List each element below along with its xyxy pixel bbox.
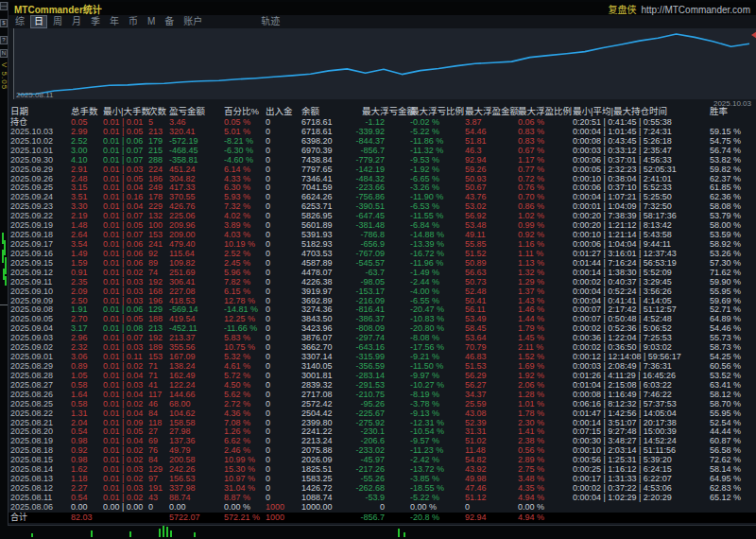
cell-hold-times — [573, 513, 710, 523]
volume-bar — [170, 530, 172, 537]
column-spacer — [385, 343, 410, 353]
cell-deposit: 0 — [266, 287, 301, 297]
candle-bar — [5, 257, 7, 274]
menu-item-8[interactable]: M — [145, 16, 158, 27]
col-header-balance: 余额 — [301, 104, 349, 117]
help-icon[interactable]: ? — [0, 36, 8, 44]
cell-max-float-loss-pct: -9.13 % — [410, 409, 465, 419]
column-spacer — [385, 437, 410, 446]
volume-bar — [404, 532, 405, 537]
cell-deposit: 0 — [266, 202, 301, 212]
cell-deposit: 0 — [266, 250, 301, 259]
table-row[interactable]: 2025.08.060.000.00 | 0.0000.000.00 %1000… — [10, 503, 755, 513]
cell-max-float-profit: 51.12 — [465, 494, 518, 503]
cell-deposit: 0 — [266, 315, 301, 324]
column-spacer — [385, 165, 410, 175]
table-header-row: 日期 总手数 最小|大手数 次数 盈亏金额 百分比% 出入金 余额 最大浮亏金额… — [10, 104, 755, 117]
cell-pnl-pct: 0.00 % — [224, 503, 266, 513]
menu-item-3[interactable]: 周 — [50, 16, 65, 27]
menu-item-9[interactable]: 备 — [162, 16, 177, 27]
column-spacer — [385, 156, 410, 165]
menu-item-4[interactable]: 月 — [69, 16, 84, 27]
menu-item-10[interactable]: 账户 — [180, 16, 205, 27]
cell-deposit: 0 — [266, 456, 301, 465]
column-spacer — [385, 409, 410, 419]
col-header-pct: 百分比% — [224, 104, 266, 117]
col-header-max-float-profit: 最大浮盈金额 — [465, 104, 518, 117]
minimize-icon[interactable]: — — [0, 2, 8, 10]
menu-item-2[interactable]: 日 — [31, 16, 46, 27]
cell-max-float-loss: -225.67 — [349, 409, 385, 419]
cell-max-float-loss-pct: -20.8 % — [410, 513, 465, 523]
equity-curve-line — [18, 34, 749, 95]
cell-deposit: 0 — [266, 240, 301, 250]
equity-chart: 2025.08.11 — [13, 28, 756, 99]
column-spacer — [385, 427, 410, 437]
cell-min-max-lots — [103, 513, 148, 523]
cell-trade-count: 84 — [148, 409, 169, 419]
volume-bar — [194, 532, 196, 537]
n-icon[interactable]: N — [0, 49, 8, 58]
candle-bar — [4, 240, 6, 255]
cell-deposit: 0 — [266, 475, 301, 484]
column-spacer — [385, 324, 410, 334]
total-row[interactable]: 合计82.035722.07572.21 %1000-856.7-20.8 %9… — [10, 513, 756, 523]
cell-deposit: 0 — [266, 231, 301, 240]
column-spacer — [385, 250, 410, 259]
cell-deposit: 0 — [266, 372, 301, 381]
cell-max-float-loss: 0 — [349, 503, 385, 513]
column-spacer — [385, 259, 410, 269]
column-spacer — [385, 202, 410, 212]
cell-hold-times: 0:00:04 | 1:02:29 | 2:20:29 — [573, 494, 710, 503]
volume-bar — [129, 531, 131, 537]
candle-bar — [5, 276, 7, 286]
column-spacer — [385, 391, 410, 400]
column-spacer — [385, 278, 410, 287]
cell-trade-count — [148, 513, 169, 523]
cell-balance: 1000.00 — [301, 503, 349, 513]
menu-item-6[interactable]: 年 — [107, 16, 122, 27]
cell-max-float-profit: 0 — [465, 503, 518, 513]
menu-item-track[interactable]: 轨迹 — [258, 16, 283, 27]
cell-deposit: 0 — [266, 427, 301, 437]
cell-deposit: 0 — [266, 324, 301, 334]
transfer-icon[interactable]: $ — [0, 19, 8, 27]
cell-deposit: 0 — [266, 484, 301, 494]
column-spacer — [385, 212, 410, 221]
cell-deposit: 0 — [266, 212, 301, 221]
cell-deposit: 0 — [266, 221, 301, 231]
menu-item-5[interactable]: 季 — [88, 16, 103, 27]
cell-deposit: 0 — [266, 128, 301, 137]
cell-win-rate: 65.12 % — [710, 494, 747, 503]
cell-deposit: 0 — [266, 183, 301, 193]
column-spacer — [385, 137, 410, 147]
cell-deposit: 0 — [266, 343, 301, 353]
titlebar-right: 复盘侠http://MTCommander.com — [608, 2, 750, 16]
window-titlebar[interactable]: MTCommander统计 复盘侠http://MTCommander.com — [9, 2, 756, 15]
column-spacer — [385, 175, 410, 184]
column-spacer — [385, 183, 410, 193]
column-spacer — [385, 305, 410, 315]
candle-bar — [2, 250, 4, 263]
column-spacer — [385, 494, 410, 503]
cell-deposit: 0 — [266, 193, 301, 202]
equity-curve-svg — [14, 28, 756, 99]
cell-trade-count: 0 — [148, 503, 169, 513]
cell-deposit: 0 — [266, 465, 301, 475]
col-header-hold-times: 最小|平均|最大持仓时间 — [573, 104, 710, 117]
brand-url[interactable]: http://MTCommander.com — [641, 5, 750, 15]
menu-item-7[interactable]: 币 — [126, 16, 141, 27]
row-label: 合计 — [10, 513, 71, 523]
column-spacer — [385, 381, 410, 391]
table-row[interactable]: 2025.08.221.310.01 | 0.0484104.624.36 %0… — [10, 409, 755, 419]
column-spacer — [385, 118, 410, 128]
cell-deposit: 0 — [266, 297, 301, 306]
col-header-win-rate: 胜率 — [710, 104, 747, 117]
volume-bar — [91, 530, 93, 537]
menu-item-1[interactable]: 综 — [12, 16, 27, 27]
column-spacer — [385, 287, 410, 297]
col-header-count: 次数 — [148, 104, 169, 117]
volume-bar — [31, 533, 33, 537]
brand-label: 复盘侠 — [608, 5, 636, 15]
column-spacer — [385, 147, 410, 156]
